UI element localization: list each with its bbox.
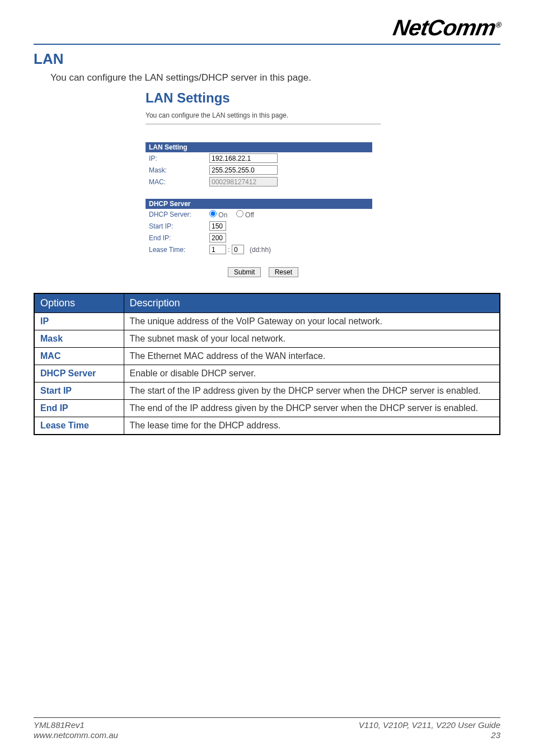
description-cell: The unique address of the VoIP Gateway o… [124, 313, 500, 330]
mac-input [209, 177, 278, 186]
option-cell: MAC [34, 348, 124, 365]
submit-button[interactable]: Submit [228, 267, 261, 277]
option-cell: Lease Time [34, 417, 124, 435]
options-header: Options [34, 293, 124, 313]
reset-button[interactable]: Reset [269, 267, 298, 277]
description-cell: The start of the IP address given by the… [124, 382, 500, 400]
description-cell: The lease time for the DHCP address. [124, 417, 500, 435]
description-cell: Enable or disable DHCP server. [124, 365, 500, 382]
dhcp-on-radio[interactable] [209, 210, 217, 217]
start-ip-label: Start IP: [146, 220, 206, 232]
ip-input[interactable] [209, 153, 278, 163]
table-row: MaskThe subnet mask of your local networ… [34, 330, 500, 348]
table-row: MACThe Ethernet MAC address of the WAN i… [34, 348, 500, 365]
table-row: End IPThe end of the IP address given by… [34, 400, 500, 417]
page-footer: YML881Rev1 www.netcomm.com.au V110, V210… [34, 717, 500, 740]
lease-hint: (dd:hh) [250, 246, 271, 254]
option-cell: Start IP [34, 382, 124, 400]
page-intro-text: You can configure the LAN settings/DHCP … [50, 72, 500, 83]
description-header: Description [124, 293, 500, 313]
table-row: Lease TimeThe lease time for the DHCP ad… [34, 417, 500, 435]
option-cell: DHCP Server [34, 365, 124, 382]
ip-label: IP: [146, 152, 206, 164]
dhcp-on-label: On [218, 211, 227, 219]
embedded-screenshot: LAN Settings You can configure the LAN s… [146, 90, 381, 277]
description-cell: The subnet mask of your local network. [124, 330, 500, 348]
option-cell: End IP [34, 400, 124, 417]
lan-setting-table: LAN Setting IP: Mask: MAC: [146, 142, 372, 188]
description-cell: The Ethernet MAC address of the WAN inte… [124, 348, 500, 365]
mac-label: MAC: [146, 176, 206, 188]
brand-logo: NetComm® [391, 15, 503, 40]
table-row: DHCP ServerEnable or disable DHCP server… [34, 365, 500, 382]
footer-page: 23 [359, 730, 500, 740]
mask-label: Mask: [146, 164, 206, 176]
table-row: Start IPThe start of the IP address give… [34, 382, 500, 400]
dhcp-server-header: DHCP Server [146, 199, 372, 209]
dhcp-off-radio[interactable] [236, 210, 243, 217]
footer-models: V110, V210P, V211, V220 [359, 720, 456, 730]
dhcp-server-label: DHCP Server: [146, 209, 206, 220]
footer-rev: YML881Rev1 [34, 720, 118, 730]
end-ip-label: End IP: [146, 232, 206, 244]
embedded-title: LAN Settings [146, 90, 381, 106]
embedded-subtitle: You can configure the LAN settings in th… [146, 111, 381, 124]
option-cell: Mask [34, 330, 124, 348]
description-cell: The end of the IP address given by the D… [124, 400, 500, 417]
lease-time-label: Lease Time: [146, 244, 206, 255]
dhcp-off-label: Off [245, 211, 254, 219]
lease-sep: : [228, 246, 229, 254]
footer-guide: User Guide [456, 720, 500, 730]
lease-dd-input[interactable] [209, 245, 226, 254]
page-section-title: LAN [34, 50, 500, 68]
end-ip-input[interactable] [209, 233, 226, 242]
mask-input[interactable] [209, 165, 278, 175]
dhcp-server-table: DHCP Server DHCP Server: On Off Start IP… [146, 199, 372, 255]
table-row: IPThe unique address of the VoIP Gateway… [34, 313, 500, 330]
lan-setting-header: LAN Setting [146, 142, 372, 152]
header-divider: NetComm® [34, 11, 500, 45]
brand-name: NetComm [391, 15, 498, 40]
footer-url: www.netcomm.com.au [34, 730, 118, 740]
registered-mark: ® [495, 20, 502, 29]
options-description-table: Options Description IPThe unique address… [34, 293, 500, 435]
start-ip-input[interactable] [209, 221, 226, 231]
option-cell: IP [34, 313, 124, 330]
lease-hh-input[interactable] [232, 245, 244, 254]
